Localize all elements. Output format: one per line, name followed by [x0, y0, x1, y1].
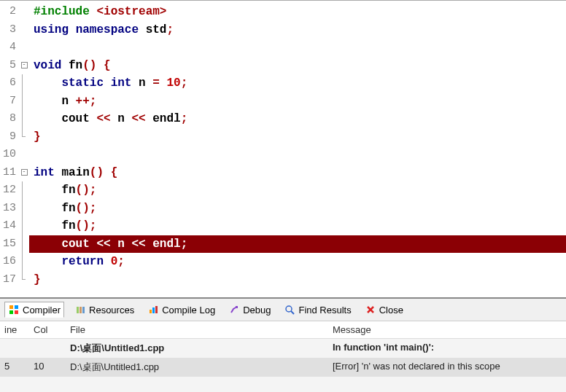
tab-find-results[interactable]: Find Results	[281, 302, 354, 317]
svg-rect-6	[82, 307, 85, 313]
debug-icon	[228, 304, 240, 315]
tab-compiler[interactable]: Compiler	[4, 302, 64, 318]
col-msg[interactable]: Message	[328, 321, 566, 338]
error-table-header: ine Col File Message	[0, 321, 566, 339]
svg-point-10	[286, 306, 292, 312]
find-results-icon	[284, 304, 295, 315]
tab-close[interactable]: Close	[362, 302, 406, 317]
compile-log-icon	[147, 304, 159, 315]
code-editor[interactable]: 2345 6789 10111213 14151617 - - #include…	[0, 0, 566, 297]
code-area[interactable]: #include <iostream> using namespace std;…	[29, 1, 566, 297]
error-row[interactable]: D:\桌面\Untitled1.cpp In function 'int mai…	[0, 339, 566, 358]
svg-rect-3	[15, 310, 18, 314]
col-col[interactable]: Col	[29, 321, 66, 338]
panel-tabs: Compiler Resources Compile Log Debug Fin…	[0, 299, 566, 321]
line-gutter: 2345 6789 10111213 14151617	[0, 1, 19, 297]
svg-rect-4	[77, 307, 79, 313]
col-file[interactable]: File	[66, 321, 328, 338]
close-icon	[365, 304, 376, 315]
fold-box-icon[interactable]: -	[21, 169, 28, 176]
svg-line-11	[291, 311, 294, 314]
svg-rect-7	[150, 310, 152, 313]
fold-box-icon[interactable]: -	[21, 62, 28, 68]
svg-rect-1	[15, 305, 18, 309]
tab-debug[interactable]: Debug	[225, 302, 274, 317]
error-row[interactable]: 5 10 D:\桌面\Untitled1.cpp [Error] 'n' was…	[0, 358, 566, 377]
fold-gutter: - -	[19, 1, 29, 297]
compiler-panel: Compiler Resources Compile Log Debug Fin…	[0, 297, 566, 392]
svg-rect-5	[80, 307, 82, 313]
tab-compile-log[interactable]: Compile Log	[144, 302, 218, 317]
svg-rect-0	[9, 305, 13, 309]
resources-icon	[74, 304, 86, 315]
svg-rect-8	[152, 307, 155, 313]
compiler-icon	[8, 304, 20, 315]
col-line[interactable]: ine	[0, 321, 29, 338]
svg-rect-9	[155, 306, 158, 313]
svg-rect-2	[9, 310, 13, 314]
tab-resources[interactable]: Resources	[71, 302, 137, 317]
error-line[interactable]: cout << n << endl;	[29, 235, 566, 254]
